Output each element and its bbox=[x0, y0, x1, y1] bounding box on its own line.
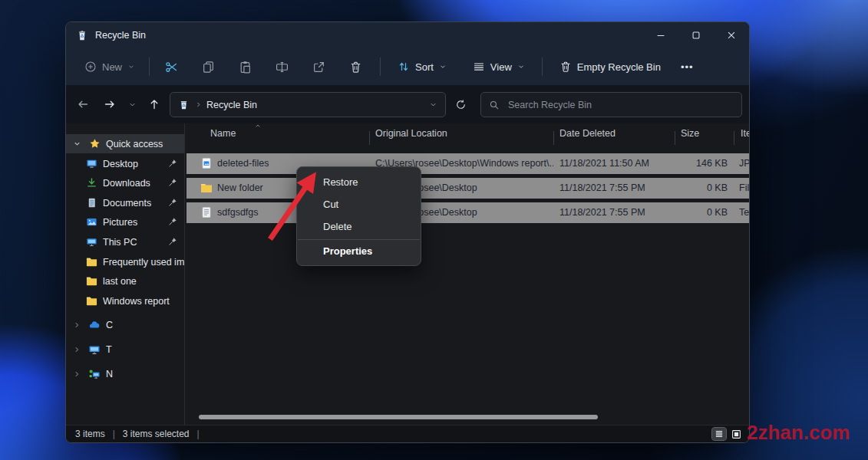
recent-locations-button[interactable] bbox=[123, 92, 141, 117]
downloads-icon bbox=[84, 177, 98, 189]
trash-icon bbox=[559, 61, 572, 73]
chevron-right-icon bbox=[195, 101, 202, 108]
caption-buttons bbox=[643, 22, 749, 48]
search-box[interactable] bbox=[480, 92, 742, 117]
selected-count: 3 items selected bbox=[123, 429, 190, 439]
chevron-down-icon bbox=[517, 63, 525, 71]
new-button[interactable]: New bbox=[77, 53, 143, 80]
forward-button[interactable] bbox=[97, 92, 122, 117]
details-view-button[interactable] bbox=[712, 428, 726, 440]
sidebar-item-onedrive[interactable]: C bbox=[66, 315, 185, 334]
sidebar-item-network[interactable]: N bbox=[66, 364, 185, 383]
sidebar-item-this-pc[interactable]: This PC bbox=[66, 232, 185, 251]
pin-icon bbox=[168, 198, 177, 207]
column-separator[interactable] bbox=[734, 131, 734, 145]
thumbnail-view-icon bbox=[731, 429, 741, 439]
sidebar-item-label: Frequently used ima bbox=[103, 257, 185, 268]
chevron-down-icon[interactable] bbox=[429, 100, 437, 109]
thumbnail-view-button[interactable] bbox=[729, 428, 743, 440]
column-header-size[interactable]: Size bbox=[681, 128, 699, 139]
sort-ascending-caret-icon bbox=[252, 123, 263, 130]
search-input[interactable] bbox=[507, 99, 734, 111]
text-file-icon bbox=[200, 206, 213, 219]
chevron-down-icon[interactable] bbox=[71, 140, 83, 148]
sidebar-item-last-one[interactable]: last one bbox=[66, 271, 185, 291]
sidebar-item-documents[interactable]: Documents bbox=[66, 193, 185, 212]
sidebar-item-label: Windows report bbox=[103, 296, 185, 307]
pin-icon bbox=[168, 178, 177, 187]
recycle-bin-icon bbox=[177, 99, 190, 110]
status-divider: | bbox=[197, 429, 200, 439]
sidebar-item-frequently-used[interactable]: Frequently used ima bbox=[66, 252, 185, 271]
column-header-item-type[interactable]: Ite bbox=[741, 128, 749, 139]
more-options-button[interactable]: ••• bbox=[673, 53, 701, 80]
column-header-name[interactable]: Name bbox=[210, 128, 236, 139]
pictures-icon bbox=[84, 216, 98, 228]
minimize-button[interactable] bbox=[643, 22, 678, 48]
refresh-button[interactable] bbox=[448, 92, 473, 117]
folder-icon bbox=[84, 256, 98, 268]
trash-icon bbox=[349, 61, 362, 74]
chevron-right-icon[interactable] bbox=[71, 321, 83, 329]
sidebar-item-windows-report[interactable]: Windows report bbox=[66, 291, 185, 310]
sidebar-item-downloads[interactable]: Downloads bbox=[66, 173, 185, 192]
arrow-up-icon bbox=[148, 98, 160, 110]
breadcrumb-root[interactable]: Recycle Bin bbox=[206, 100, 429, 110]
address-row: Recycle Bin bbox=[66, 85, 749, 123]
column-separator[interactable] bbox=[675, 131, 675, 145]
image-file-icon bbox=[200, 157, 213, 169]
sort-button-label: Sort bbox=[415, 61, 434, 73]
star-icon bbox=[87, 138, 101, 150]
maximize-button[interactable] bbox=[678, 22, 714, 48]
cut-button[interactable] bbox=[156, 53, 186, 80]
title-bar: Recycle Bin bbox=[66, 22, 749, 48]
sidebar-item-label: last one bbox=[103, 276, 185, 287]
file-size: 0 KB bbox=[616, 178, 728, 199]
monitor-icon bbox=[84, 236, 98, 248]
navigation-pane: Quick access Desktop Downloads Documents… bbox=[66, 123, 185, 426]
refresh-icon bbox=[455, 99, 467, 110]
toolbar-separator bbox=[542, 58, 543, 76]
chevron-right-icon[interactable] bbox=[71, 370, 83, 378]
paste-button[interactable] bbox=[229, 53, 260, 80]
sidebar-item-quick-access[interactable]: Quick access bbox=[66, 134, 185, 153]
copy-button[interactable] bbox=[193, 53, 223, 80]
item-count: 3 items bbox=[75, 429, 105, 439]
search-icon bbox=[489, 100, 500, 110]
horizontal-scrollbar[interactable] bbox=[199, 415, 598, 419]
address-bar[interactable]: Recycle Bin bbox=[170, 92, 446, 117]
sidebar-item-pictures[interactable]: Pictures bbox=[66, 212, 185, 232]
view-button[interactable]: View bbox=[465, 53, 533, 80]
network-icon bbox=[87, 368, 101, 380]
up-button[interactable] bbox=[142, 92, 167, 117]
chevron-right-icon[interactable] bbox=[71, 346, 83, 353]
file-size: 146 KB bbox=[616, 153, 728, 174]
column-separator[interactable] bbox=[553, 131, 554, 145]
rename-icon bbox=[276, 61, 289, 74]
toolbar-separator bbox=[380, 58, 381, 76]
sidebar-item-label: C bbox=[106, 320, 185, 330]
status-bar: 3 items | 3 items selected | bbox=[66, 425, 749, 442]
sidebar-item-desktop[interactable]: Desktop bbox=[66, 154, 185, 173]
chevron-down-icon bbox=[439, 63, 447, 71]
rename-button[interactable] bbox=[266, 53, 297, 80]
delete-button[interactable] bbox=[340, 53, 371, 80]
view-toggles bbox=[712, 428, 743, 440]
close-button[interactable] bbox=[714, 22, 749, 48]
column-header-date-deleted[interactable]: Date Deleted bbox=[559, 128, 616, 139]
command-bar: New So bbox=[66, 48, 749, 86]
share-button[interactable] bbox=[303, 53, 334, 80]
share-icon bbox=[312, 61, 325, 74]
annotation-arrow bbox=[253, 153, 338, 257]
folder-icon bbox=[200, 182, 213, 194]
column-header-original-location[interactable]: Original Location bbox=[375, 128, 447, 139]
column-separator[interactable] bbox=[369, 131, 370, 145]
desktop-icon bbox=[84, 158, 98, 169]
sort-button[interactable]: Sort bbox=[390, 53, 454, 80]
empty-recycle-bin-button[interactable]: Empty Recycle Bin bbox=[552, 53, 668, 80]
file-item-type: Te bbox=[739, 202, 749, 223]
pin-icon bbox=[168, 217, 177, 226]
toolbar-separator bbox=[149, 58, 150, 76]
back-button[interactable] bbox=[71, 92, 95, 117]
sidebar-item-this-pc-tree[interactable]: T bbox=[66, 340, 185, 359]
